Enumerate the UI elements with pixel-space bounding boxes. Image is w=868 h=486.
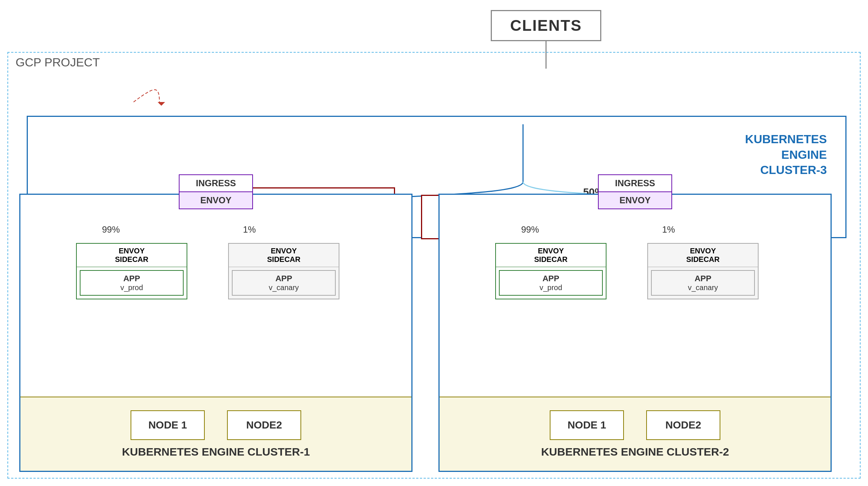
cluster1-app-canary-inner: APP v_canary [232, 270, 336, 296]
cluster2-percent-canary: 1% [662, 224, 675, 235]
cluster2-app-canary-label: APP [655, 274, 751, 283]
cluster1-node1-label: NODE 1 [148, 419, 187, 431]
cluster2-name-label: KUBERNETES ENGINE CLUSTER-2 [541, 446, 729, 458]
cluster1-nodes-section: NODE 1 NODE2 KUBERNETES ENGINE CLUSTER-1 [20, 397, 411, 471]
cluster2-app-canary-inner: APP v_canary [651, 270, 755, 296]
cluster1-ingress-label: INGRESS [179, 174, 253, 192]
clients-label: CLIENTS [510, 17, 582, 35]
cluster1-percent-prod: 99% [102, 224, 120, 235]
cluster2-pod-prod: ENVOYSIDECAR APP v_prod [495, 243, 606, 299]
k8s-cluster1-box: INGRESS ENVOY 99% 1% ENVOYSIDECAR APP v_… [19, 194, 412, 472]
cluster1-percent-canary: 1% [243, 224, 256, 235]
cluster2-app-prod-inner: APP v_prod [499, 270, 603, 296]
cluster1-ingress-envoy: INGRESS ENVOY [179, 174, 253, 209]
cluster2-ingress-envoy: INGRESS ENVOY [598, 174, 672, 209]
cluster1-app-prod-inner: APP v_prod [80, 270, 184, 296]
cluster2-ingress-label: INGRESS [598, 174, 672, 192]
cluster2-node2-label: NODE2 [665, 419, 701, 431]
cluster1-envoy-sidecar-prod-label: ENVOYSIDECAR [77, 244, 187, 267]
cluster1-envoy-label: ENVOY [179, 191, 253, 209]
cluster1-app-prod-label: APP [83, 274, 180, 283]
clients-box: CLIENTS [491, 10, 601, 41]
gcp-project-label: GCP PROJECT [16, 56, 100, 69]
cluster2-pod-canary: ENVOYSIDECAR APP v_canary [647, 243, 759, 299]
cluster2-pod-prod-box: ENVOYSIDECAR APP v_prod [495, 243, 606, 299]
cluster1-node2-box: NODE2 [227, 410, 301, 440]
k8s-cluster2-box: INGRESS ENVOY 99% 1% ENVOYSIDECAR APP v_… [438, 194, 832, 472]
cluster1-app-canary-version: v_canary [236, 283, 332, 292]
cluster2-app-prod-version: v_prod [503, 283, 599, 292]
k8s-cluster3-label: KUBERNETESENGINECLUSTER-3 [745, 132, 827, 178]
cluster2-pod-canary-box: ENVOYSIDECAR APP v_canary [647, 243, 759, 299]
cluster2-node1-label: NODE 1 [568, 419, 606, 431]
cluster2-envoy-sidecar-prod-label: ENVOYSIDECAR [496, 244, 606, 267]
cluster1-envoy-sidecar-canary-label: ENVOYSIDECAR [229, 244, 339, 267]
cluster1-pod-prod-box: ENVOYSIDECAR APP v_prod [76, 243, 187, 299]
cluster1-app-canary-label: APP [236, 274, 332, 283]
cluster2-node1-box: NODE 1 [550, 410, 624, 440]
cluster2-node2-box: NODE2 [646, 410, 720, 440]
cluster1-pod-canary-box: ENVOYSIDECAR APP v_canary [228, 243, 339, 299]
cluster1-pod-prod: ENVOYSIDECAR APP v_prod [76, 243, 187, 299]
cluster2-app-canary-version: v_canary [655, 283, 751, 292]
cluster2-app-prod-label: APP [503, 274, 599, 283]
cluster1-pod-canary: ENVOYSIDECAR APP v_canary [228, 243, 339, 299]
cluster2-percent-prod: 99% [521, 224, 539, 235]
cluster1-app-prod-version: v_prod [83, 283, 180, 292]
cluster1-node1-box: NODE 1 [131, 410, 205, 440]
cluster1-name-label: KUBERNETES ENGINE CLUSTER-1 [122, 446, 310, 458]
cluster2-nodes-row: NODE 1 NODE2 [550, 410, 720, 440]
cluster2-envoy-sidecar-canary-label: ENVOYSIDECAR [648, 244, 758, 267]
cluster1-node2-label: NODE2 [246, 419, 282, 431]
gcp-project-box: GCP PROJECT KUBERNETESENGINECLUSTER-3 SP… [7, 52, 861, 479]
cluster2-nodes-section: NODE 1 NODE2 KUBERNETES ENGINE CLUSTER-2 [440, 397, 831, 471]
cluster1-nodes-row: NODE 1 NODE2 [131, 410, 301, 440]
cluster2-envoy-label: ENVOY [598, 191, 672, 209]
